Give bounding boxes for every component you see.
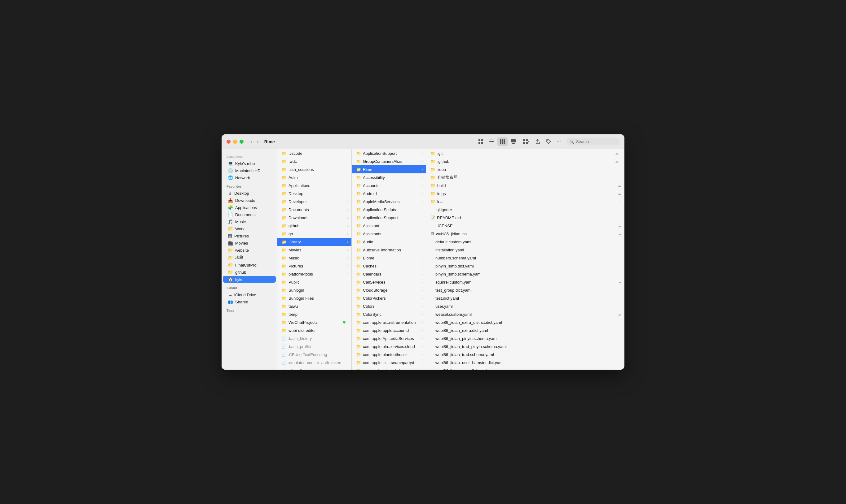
list-item[interactable]: ！wubi86_jidian_pinyin.schema.yaml [426, 334, 624, 342]
list-item[interactable]: 📁AppleMediaServices› [352, 198, 426, 205]
list-item[interactable]: ！test_group.dict.yaml [426, 286, 624, 294]
list-item[interactable]: ！default.custom.yaml [426, 238, 624, 246]
list-item[interactable]: 📁com.apple.ai...nstrumentation› [352, 318, 426, 326]
list-item[interactable]: 📁.git☁› [426, 149, 624, 157]
sidebar-item-finalcutpro[interactable]: 📁 FinalCutPro [223, 262, 276, 268]
list-item[interactable]: 📁Caches› [352, 262, 426, 270]
list-item[interactable]: 📁ApplicationSupport› [352, 149, 426, 157]
back-button[interactable]: ‹ [248, 138, 254, 145]
list-item[interactable]: ！wubi86_jidian_extra.dict.yaml [426, 326, 624, 334]
list-item[interactable]: 📄.bash_profile [277, 342, 351, 350]
search-box[interactable]: 🔍 [567, 138, 620, 145]
sidebar-item-work[interactable]: 📁 Work [223, 226, 276, 232]
list-item[interactable]: 📁Accounts› [352, 181, 426, 190]
list-item[interactable]: 📁Application Scripts› [352, 205, 426, 214]
list-item[interactable]: ！squirrel.custom.yaml☁ [426, 278, 624, 286]
tag-button[interactable] [543, 138, 554, 146]
forward-button[interactable]: › [255, 138, 260, 145]
list-item[interactable]: 📁.wdc› [277, 157, 351, 165]
list-item[interactable]: 📁CloudStorage› [352, 286, 426, 294]
action-button[interactable]: ▾ [520, 138, 532, 146]
list-item[interactable]: ！numbers.schema.yaml [426, 254, 624, 262]
list-item[interactable]: 📁Biome› [352, 254, 426, 262]
list-item[interactable]: 📁taiwu› [277, 302, 351, 310]
sidebar-item-kyle[interactable]: 🏠 kyle [223, 276, 276, 283]
sidebar-item-icloud-drive[interactable]: ☁ iCloud Drive [223, 291, 276, 298]
more-button[interactable]: ··· [554, 138, 564, 146]
list-item[interactable]: 📁WeChatProjects› [277, 318, 351, 326]
list-item[interactable]: 📝README.md [426, 214, 624, 222]
icon-grid-button[interactable] [476, 138, 486, 146]
list-item[interactable]: 📁.idea› [426, 165, 624, 173]
list-item[interactable]: 📁com.apple.appleaccountd› [352, 326, 426, 334]
sidebar-item-downloads[interactable]: 📥 Downloads [223, 197, 276, 204]
list-item[interactable]: ！wubi86_jidian_trad_pinyin.schema.yaml [426, 342, 624, 350]
list-item[interactable]: 📁temp› [277, 310, 351, 318]
sidebar-item-shared[interactable]: 👥 Shared [223, 299, 276, 305]
list-item[interactable]: 📁Rime› [352, 165, 426, 173]
list-item[interactable]: 📁Sunlogin Files› [277, 294, 351, 302]
sidebar-item-kyles-mbp[interactable]: 💻 Kyle's mbp [223, 160, 276, 167]
sidebar-item-music[interactable]: 🎵 Music [223, 218, 276, 225]
list-item[interactable]: 📁Public› [277, 278, 351, 286]
list-item[interactable]: 📁Adlm› [277, 173, 351, 181]
list-item[interactable]: 📄.CFUserTextEncoding [277, 350, 351, 359]
list-item[interactable]: 📁Documents› [277, 205, 351, 214]
list-item[interactable]: 📁Android› [352, 190, 426, 198]
list-item[interactable]: 🖼wubi86_jidian.ico☁ [426, 230, 624, 238]
list-item[interactable]: 📁ColorPickers› [352, 294, 426, 302]
list-item[interactable]: 📁.zsh_sessions› [277, 165, 351, 173]
sidebar-item-website[interactable]: 📁 website [223, 247, 276, 254]
sidebar-item-macintosh-hd[interactable]: 💿 Macintosh HD [223, 167, 276, 174]
list-item[interactable]: 📁Pictures› [277, 262, 351, 270]
list-item[interactable]: ！pinyin_simp.dict.yaml [426, 262, 624, 270]
list-item[interactable]: 📁Developer› [277, 198, 351, 205]
list-item[interactable]: 📁imgs☁ [426, 190, 624, 198]
maximize-button[interactable] [240, 140, 244, 144]
sidebar-item-github[interactable]: 📁 github [223, 269, 276, 275]
list-item[interactable]: 📁Desktop› [277, 190, 351, 198]
sidebar-item-desktop[interactable]: 🖥 Desktop [223, 190, 276, 197]
list-item[interactable]: 📁Downloads› [277, 214, 351, 222]
list-item[interactable]: ！test.dict.yaml [426, 294, 624, 302]
list-item[interactable]: 📁Assistants› [352, 230, 426, 238]
list-item[interactable]: ！pinyin_simp.schema.yaml [426, 270, 624, 278]
sidebar-item-zhencang[interactable]: 📁 珍藏 [223, 254, 276, 261]
list-item[interactable]: 📁.vscode› [277, 149, 351, 157]
list-item[interactable]: 📁Accessibility› [352, 173, 426, 181]
list-item[interactable]: 📁Application Support› [352, 214, 426, 222]
list-item[interactable]: 📁Sunlogin› [277, 286, 351, 294]
list-item[interactable]: 📁com.apple.icl....searchpartyd› [352, 359, 426, 366]
close-button[interactable] [226, 140, 230, 144]
list-item[interactable]: 📁com.apple.Ap...ediaServices› [352, 334, 426, 342]
list-item[interactable]: 📄.emulator_con...e_auth_token [277, 359, 351, 366]
list-item[interactable]: 📁GroupContainersAlias› [352, 157, 426, 165]
list-item[interactable]: ！LICENSE☁ [426, 222, 624, 230]
sidebar-item-applications[interactable]: 🧩 Applications [223, 204, 276, 211]
list-item[interactable]: 📁Music› [277, 254, 351, 262]
list-item[interactable]: ！wubi86_jidian_trad.schema.yaml [426, 350, 624, 359]
share-button[interactable] [533, 138, 543, 146]
list-item[interactable]: 📁github› [277, 222, 351, 230]
sidebar-item-documents[interactable]: 📄 Documents [223, 211, 276, 218]
sidebar-item-network[interactable]: 🌐 Network [223, 174, 276, 181]
list-item[interactable]: 📁Calendars› [352, 270, 426, 278]
list-item[interactable]: 📄.bash_history [277, 334, 351, 342]
list-item[interactable]: ！user.yaml [426, 302, 624, 310]
list-item[interactable]: 📁Autosave Information› [352, 246, 426, 254]
icon-gallery-button[interactable] [508, 138, 518, 146]
list-item[interactable]: 📄.gitconfig [277, 366, 351, 370]
list-item[interactable]: 📁lua› [426, 198, 624, 205]
icon-columns-button[interactable] [497, 138, 507, 146]
list-item[interactable]: 📁go› [277, 230, 351, 238]
list-item[interactable]: 📁.github☁› [426, 157, 624, 165]
list-item[interactable]: 📁Movies› [277, 246, 351, 254]
list-item[interactable]: ！installation.yaml [426, 246, 624, 254]
list-item[interactable]: 📁Applications› [277, 181, 351, 190]
list-item[interactable]: 📁Library› [277, 238, 351, 246]
list-item[interactable]: 📁build☁ [426, 181, 624, 190]
list-item[interactable]: 📁Assistant› [352, 222, 426, 230]
list-item[interactable]: 📁platform-tools› [277, 270, 351, 278]
list-item[interactable]: ！.gitignore [426, 205, 624, 214]
minimize-button[interactable] [233, 140, 237, 144]
